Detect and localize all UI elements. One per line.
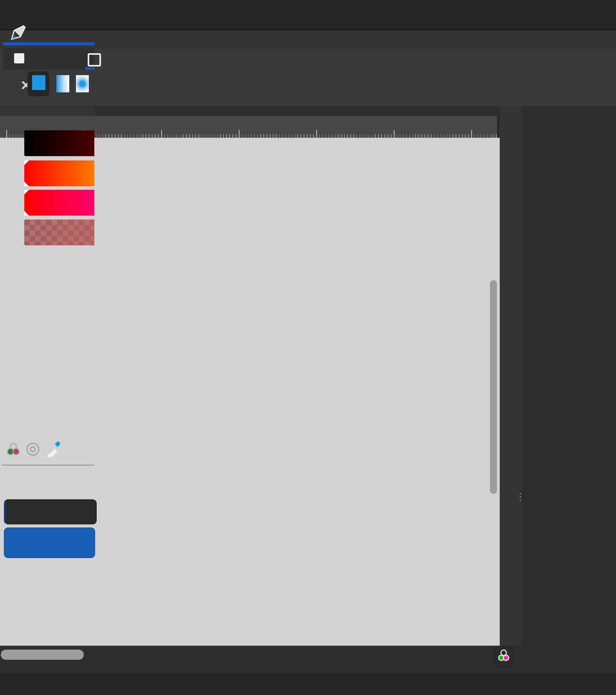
blue-slider-row	[0, 190, 94, 216]
fill-stroke-icon	[10, 24, 27, 41]
vertical-scrollbar[interactable]	[490, 280, 497, 494]
blue-slider[interactable]	[24, 190, 94, 216]
grip-icon: ⋮	[515, 491, 526, 503]
panel-tab-fill-stroke[interactable]	[3, 23, 94, 42]
linear-gradient-button[interactable]	[56, 75, 69, 92]
red-slider-row	[0, 130, 94, 156]
rgb-circles-icon	[495, 646, 512, 667]
inkscape-window: ⋮ ✕	[0, 0, 616, 695]
color-palette	[0, 673, 616, 688]
color-picker-mode-row	[0, 439, 94, 463]
fill-swatch-icon	[14, 53, 24, 63]
eyedropper-icon[interactable]	[48, 441, 60, 457]
color-wheel-icon[interactable]	[27, 443, 39, 455]
paint-type-row: ✕	[3, 71, 94, 99]
panel-resize-gutter[interactable]: ⋮	[500, 106, 522, 646]
opacity-field[interactable]	[4, 528, 94, 558]
flat-color-icon	[32, 75, 45, 90]
blur-field[interactable]	[4, 499, 94, 524]
rgb-circles-icon[interactable]	[7, 443, 19, 455]
green-slider[interactable]	[24, 160, 94, 186]
horizontal-scrollbar[interactable]	[1, 650, 84, 660]
color-management-button[interactable]	[495, 646, 513, 668]
stroke-swatch-icon[interactable]	[88, 53, 94, 67]
paint-tab-row	[3, 48, 94, 70]
flat-color-button[interactable]	[27, 71, 49, 96]
active-tab-underline	[3, 42, 94, 45]
red-slider[interactable]	[24, 130, 94, 156]
alpha-slider-row	[0, 220, 94, 245]
alpha-slider[interactable]	[24, 220, 94, 245]
radial-gradient-button[interactable]	[76, 75, 89, 92]
green-slider-row	[0, 160, 94, 186]
